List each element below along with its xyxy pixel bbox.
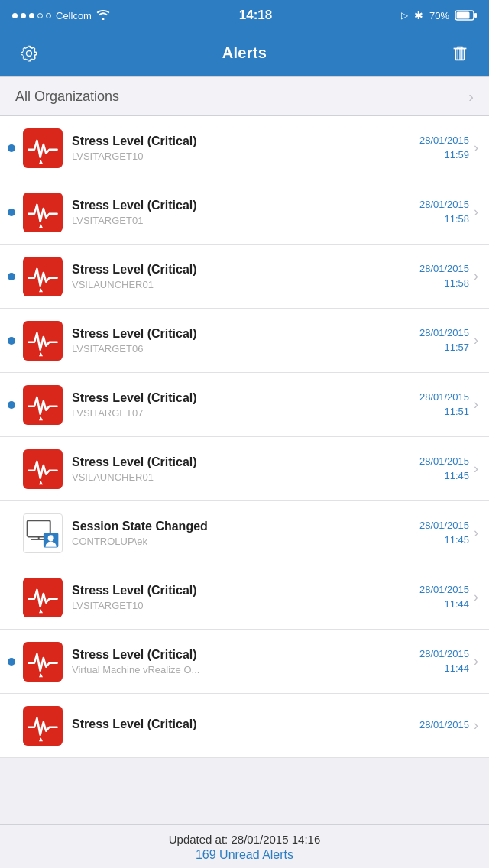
status-left: Cellcom <box>12 9 110 22</box>
svg-rect-2 <box>456 12 469 19</box>
alert-date: 28/01/201511:57 <box>419 326 469 354</box>
settings-button[interactable] <box>15 40 43 67</box>
stress-level-icon <box>23 385 63 425</box>
alert-date: 28/01/2015 <box>419 718 469 732</box>
alert-items-container: Stress Level (Critical)LVSITARGET1028/01… <box>0 116 489 758</box>
unread-dot <box>8 594 15 601</box>
list-item[interactable]: Stress Level (Critical)LVSITARGET1028/01… <box>0 565 489 630</box>
alert-subtitle: VSILAUNCHER01 <box>72 279 412 290</box>
chevron-right-icon: › <box>474 397 478 413</box>
signal-dot-3 <box>29 13 34 18</box>
battery-label: 70% <box>429 10 449 21</box>
status-right: ▷ ✱ 70% <box>401 9 477 21</box>
chevron-right-icon: › <box>474 332 478 348</box>
list-item[interactable]: Stress Level (Critical)Virtual Machine v… <box>0 630 489 694</box>
alert-subtitle: LVSITARGET07 <box>72 407 412 419</box>
chevron-right-icon: › <box>474 461 478 477</box>
alert-title: Stress Level (Critical) <box>72 584 412 598</box>
list-item[interactable]: Stress Level (Critical)LVSITARGET0728/01… <box>0 373 489 437</box>
stress-level-icon <box>23 257 63 296</box>
chevron-right-icon: › <box>474 653 478 669</box>
chevron-right-icon: › <box>474 717 478 734</box>
list-item[interactable]: Stress Level (Critical)LVSITARGET1028/01… <box>0 116 489 180</box>
unread-dot <box>8 337 15 345</box>
footer: Updated at: 28/01/2015 14:16 169 Unread … <box>0 824 489 868</box>
alert-subtitle: LVSITARGET10 <box>72 151 412 162</box>
unread-dot <box>8 465 15 473</box>
wifi-icon <box>96 9 110 22</box>
alert-subtitle: LVSITARGET06 <box>72 343 412 355</box>
session-state-icon <box>23 513 63 553</box>
chevron-right-icon: › <box>474 589 478 605</box>
unread-dot <box>8 722 15 730</box>
list-item[interactable]: Stress Level (Critical)VSILAUNCHER0128/0… <box>0 245 489 309</box>
unread-dot <box>8 209 15 216</box>
bluetooth-icon: ✱ <box>414 9 423 21</box>
chevron-right-icon: › <box>474 140 478 156</box>
status-bar: Cellcom 14:18 ▷ ✱ 70% <box>0 0 489 31</box>
alert-date: 28/01/201511:44 <box>419 647 469 675</box>
unread-dot <box>8 144 15 152</box>
list-item[interactable]: Session State ChangedCONTROLUP\ek28/01/2… <box>0 501 489 565</box>
alert-title: Stress Level (Critical) <box>72 199 412 212</box>
signal-dot-4 <box>37 13 43 18</box>
stress-level-icon <box>23 128 63 168</box>
location-icon: ▷ <box>401 10 408 21</box>
alert-date: 28/01/201511:58 <box>419 198 469 225</box>
alert-title: Stress Level (Critical) <box>72 134 412 148</box>
unread-dot <box>8 658 15 666</box>
alert-title: Stress Level (Critical) <box>72 648 412 662</box>
battery-icon <box>455 10 477 21</box>
alert-date: 28/01/201511:45 <box>419 519 469 546</box>
trash-icon <box>449 43 471 64</box>
list-item[interactable]: Stress Level (Critical)VSILAUNCHER0128/0… <box>0 437 489 501</box>
alert-date: 28/01/201511:58 <box>419 262 469 290</box>
alert-date: 28/01/201511:45 <box>419 455 469 482</box>
list-item[interactable]: Stress Level (Critical)28/01/2015› <box>0 694 489 758</box>
chevron-right-icon: › <box>474 525 478 541</box>
stress-level-icon <box>23 706 63 746</box>
alert-title: Stress Level (Critical) <box>72 327 412 341</box>
chevron-right-icon: › <box>474 204 478 220</box>
org-chevron-icon: › <box>468 88 474 105</box>
alert-title: Stress Level (Critical) <box>72 391 412 405</box>
stress-level-icon <box>23 578 63 617</box>
org-row[interactable]: All Organizations › <box>0 76 489 116</box>
signal-dot-1 <box>12 13 18 18</box>
footer-updated-text: Updated at: 28/01/2015 14:16 <box>0 833 489 846</box>
status-time: 14:18 <box>239 8 272 23</box>
stress-level-icon <box>23 642 63 682</box>
svg-point-12 <box>48 535 54 541</box>
footer-unread-text: 169 Unread Alerts <box>0 848 489 862</box>
alert-subtitle: Virtual Machine vRealize O... <box>72 664 412 675</box>
alert-date: 28/01/201511:44 <box>419 583 469 611</box>
alert-title: Stress Level (Critical) <box>72 263 412 277</box>
alert-subtitle: LVSITARGET10 <box>72 600 412 611</box>
list-item[interactable]: Stress Level (Critical)LVSITARGET0628/01… <box>0 309 489 373</box>
org-label: All Organizations <box>15 89 119 105</box>
alert-date: 28/01/201511:59 <box>419 134 469 161</box>
unread-dot <box>8 273 15 280</box>
trash-button[interactable] <box>446 40 474 67</box>
signal-dot-5 <box>46 13 51 18</box>
alert-title: Stress Level (Critical) <box>72 717 412 731</box>
gear-icon <box>18 43 40 64</box>
stress-level-icon <box>23 193 63 232</box>
unread-dot <box>8 530 15 537</box>
alert-list: Stress Level (Critical)LVSITARGET1028/01… <box>0 116 489 816</box>
alert-subtitle: LVSITARGET01 <box>72 215 412 226</box>
alert-subtitle: VSILAUNCHER01 <box>72 471 412 483</box>
stress-level-icon <box>23 321 63 361</box>
signal-dot-2 <box>21 13 26 18</box>
carrier-label: Cellcom <box>56 10 92 21</box>
list-item[interactable]: Stress Level (Critical)LVSITARGET0128/01… <box>0 180 489 245</box>
alert-title: Stress Level (Critical) <box>72 455 412 469</box>
stress-level-icon <box>23 449 63 489</box>
svg-rect-1 <box>474 13 477 18</box>
alert-subtitle: CONTROLUP\ek <box>72 536 412 547</box>
chevron-right-icon: › <box>474 268 478 284</box>
alert-title: Session State Changed <box>72 520 412 533</box>
page-title: Alerts <box>222 44 267 62</box>
nav-bar: Alerts <box>0 31 489 76</box>
signal-dots <box>12 13 51 18</box>
